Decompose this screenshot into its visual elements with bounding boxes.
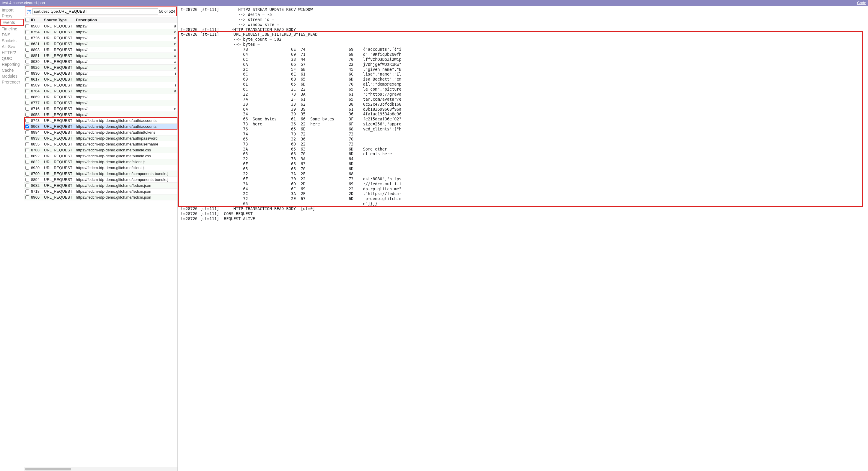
table-row[interactable]: 8790URL_REQUESThttps://fedcm-idp-demo.gl… [24,171,178,177]
row-checkbox[interactable] [25,77,29,81]
table-row[interactable]: 8743URL_REQUESThttps://fedcm-idp-demo.gl… [24,118,178,124]
sidebar-item-cache[interactable]: Cache [0,67,24,73]
sidebar-item-import[interactable]: Import [0,7,24,13]
row-type: URL_REQUEST [44,71,76,75]
sidebar-item-http/2[interactable]: HTTP/2 [0,50,24,56]
sidebar-item-timeline[interactable]: Timeline [0,26,24,32]
table-row[interactable]: 8892URL_REQUESThttps://fedcm-idp-demo.gl… [24,153,178,159]
select-all-checkbox[interactable] [25,18,29,22]
row-checkbox[interactable] [25,101,29,105]
col-id-header[interactable]: ID [31,18,44,22]
row-desc: https:// [76,89,174,93]
row-checkbox[interactable] [25,83,29,87]
sidebar-item-reporting[interactable]: Reporting [0,61,24,67]
sidebar-item-modules[interactable]: Modules [0,73,24,79]
row-desc: https:// [76,71,175,75]
table-row[interactable]: 8777URL_REQUESThttps:// [24,100,178,106]
sidebar: ImportProxyEventsTimelineDNSSocketsAlt-S… [0,6,24,471]
row-checkbox[interactable] [25,95,29,99]
row-checkbox[interactable] [25,89,29,93]
row-checkbox[interactable] [25,113,29,117]
table-row[interactable]: 8682URL_REQUESThttps://fedcm-idp-demo.gl… [24,183,178,189]
row-checkbox[interactable] [25,184,29,187]
row-id: 8892 [31,154,44,158]
row-checkbox[interactable] [25,36,29,40]
table-row[interactable]: 8830URL_REQUESThttps://r [24,70,178,76]
table-row[interactable]: 8926URL_REQUESThttps://a [24,65,178,70]
table-row[interactable]: 8984URL_REQUESThttps://fedcm-idp-demo.gl… [24,130,178,135]
table-row[interactable]: 8788URL_REQUESThttps://fedcm-idp-demo.gl… [24,147,178,153]
code-link[interactable]: Code [857,0,866,6]
sidebar-item-proxy[interactable]: Proxy [0,13,24,19]
row-checkbox[interactable] [25,178,29,182]
table-row[interactable]: 8960URL_REQUESThttps://fedcm-idp-demo.gl… [24,194,178,200]
table-row[interactable]: 8968URL_REQUESThttps://fedcm-idp-demo.gl… [24,124,178,130]
row-type: URL_REQUEST [44,171,76,176]
row-checkbox[interactable] [25,125,29,128]
sidebar-item-prerender[interactable]: Prerender [0,79,24,85]
row-checkbox[interactable] [25,160,29,164]
row-checkbox[interactable] [25,195,29,199]
col-desc-header[interactable]: Description [76,18,176,22]
table-row[interactable]: 8718URL_REQUESThttps://fedcm-idp-demo.gl… [24,189,178,194]
row-type: URL_REQUEST [44,54,76,58]
row-checkbox[interactable] [25,71,29,75]
sidebar-item-alt-svc[interactable]: Alt-Svc [0,44,24,50]
row-checkbox[interactable] [25,189,29,193]
row-checkbox[interactable] [25,148,29,152]
table-row[interactable]: 8851URL_REQUESThttps://a [24,53,178,59]
row-checkbox[interactable] [25,54,29,58]
sidebar-item-quic[interactable]: QUIC [0,56,24,61]
table-row[interactable]: 8617URL_REQUESThttps:// [24,76,178,82]
table-row[interactable]: 8958URL_REQUESThttps:// [24,112,178,118]
filter-help-icon[interactable]: (?) [27,9,31,13]
table-row[interactable]: 8754URL_REQUESThttps://d [24,29,178,35]
table-row[interactable]: 8822URL_REQUESThttps://fedcm-idp-demo.gl… [24,159,178,165]
row-type: URL_REQUEST [44,24,76,28]
row-checkbox[interactable] [25,107,29,111]
row-checkbox[interactable] [25,130,29,134]
table-row[interactable]: 8894URL_REQUESThttps://fedcm-idp-demo.gl… [24,177,178,183]
sidebar-item-sockets[interactable]: Sockets [0,38,24,44]
row-checkbox[interactable] [25,142,29,146]
filter-input[interactable] [32,8,158,14]
row-checkbox[interactable] [25,65,29,69]
table-body[interactable]: 8568URL_REQUESThttps://a8754URL_REQUESTh… [24,23,178,467]
row-checkbox[interactable] [25,60,29,63]
table-row[interactable]: 8726URL_REQUESThttps://a [24,35,178,41]
table-row[interactable]: 8568URL_REQUESThttps://a [24,23,178,29]
row-checkbox[interactable] [25,48,29,52]
table-row[interactable]: 8938URL_REQUESThttps://fedcm-idp-demo.gl… [24,135,178,142]
row-checkbox[interactable] [25,136,29,140]
table-row[interactable]: 8716URL_REQUESThttps://e [24,106,178,112]
row-desc: https://fedcm-idp-demo.glitch.me/auth/pa… [76,136,176,140]
row-checkbox[interactable] [25,119,29,123]
row-checkbox[interactable] [25,154,29,158]
table-row[interactable]: 8939URL_REQUESThttps://a [24,59,178,65]
h-scrollbar[interactable] [24,467,178,471]
table-row[interactable]: 8893URL_REQUESThttps://a [24,47,178,53]
row-id: 8754 [31,30,44,34]
table-row[interactable]: 8869URL_REQUESThttps:// [24,94,178,100]
sidebar-item-dns[interactable]: DNS [0,32,24,38]
row-desc: https:// [76,101,176,105]
sidebar-item-events[interactable]: Events [0,19,24,26]
table-row[interactable]: 8920URL_REQUESThttps://fedcm-idp-demo.gl… [24,165,178,171]
row-desc: https:// [76,54,174,58]
row-checkbox[interactable] [25,166,29,170]
table-row[interactable]: 8589URL_REQUESThttps://r [24,82,178,88]
table-row[interactable]: 8631URL_REQUESThttps://e [24,41,178,47]
row-id: 8790 [31,171,44,176]
detail-pane[interactable]: t=28720 [st=111] HTTP2_STREAM_UPDATE REC… [178,6,868,471]
row-desc: https://fedcm-idp-demo.glitch.me/auth/ac… [76,118,176,123]
row-checkbox[interactable] [25,24,29,28]
row-checkbox[interactable] [25,30,29,34]
table-row[interactable]: 8855URL_REQUESThttps://fedcm-idp-demo.gl… [24,142,178,147]
row-checkbox[interactable] [25,42,29,46]
row-id: 8718 [31,189,44,194]
row-type: URL_REQUEST [44,83,76,87]
table-row[interactable]: 8764URL_REQUESThttps://a [24,88,178,94]
row-id: 8568 [31,24,44,28]
row-checkbox[interactable] [25,172,29,176]
col-type-header[interactable]: Source Type [44,18,76,22]
